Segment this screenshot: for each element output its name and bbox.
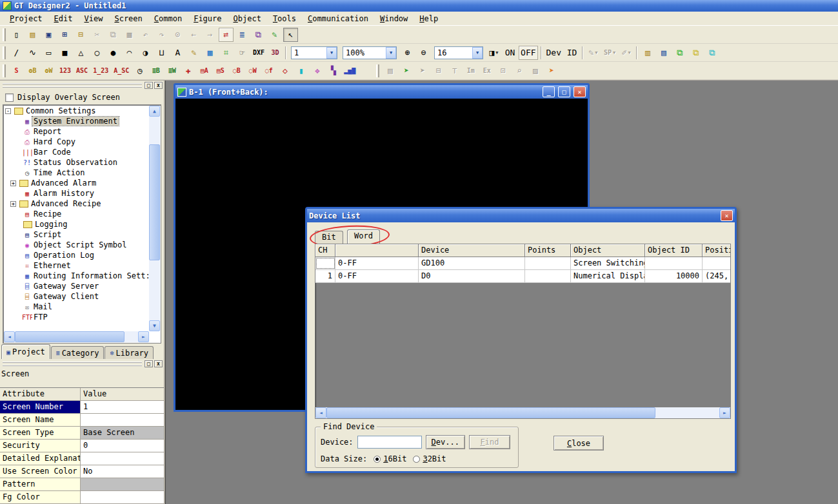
import-icon[interactable]: Im [463,64,478,78]
new-icon[interactable]: ▯ [9,28,24,42]
tree-item[interactable]: ⌸ Gateway Client [4,291,149,302]
display-overlay-checkbox[interactable] [5,93,14,102]
scroll-left-icon[interactable]: ◄ [4,331,15,342]
panel-close-icon[interactable]: x [154,82,163,89]
numerical-display-icon[interactable]: 123 [57,64,73,78]
panel-grip[interactable] [3,362,142,366]
scale-icon[interactable]: ⊔ [154,46,169,60]
cut-icon[interactable]: ✂ [90,28,105,42]
scrollbar-thumb[interactable] [149,144,160,260]
expand-toggle[interactable] [14,150,20,155]
pick-mode-icon[interactable]: ➤ [415,64,430,78]
ascii-input-icon[interactable]: A̲SC [112,64,131,78]
attribute-cell[interactable]: Security [0,440,81,452]
draw-figure-icon[interactable]: ✎ [267,28,282,42]
value-cell[interactable] [81,491,164,503]
column-header[interactable]: Object ID [645,244,703,257]
expand-toggle[interactable] [14,263,20,269]
value-cell[interactable] [81,478,164,490]
panel-grip[interactable] [3,83,142,88]
tree-item[interactable]: + Advanced Recipe [4,199,149,209]
rectangle-icon[interactable]: ▭ [41,46,56,60]
panel-close-icon[interactable]: x [154,360,163,367]
editor-titlebar[interactable]: B-1 (Front+Back): _ □ ✕ [175,85,588,99]
tree-item[interactable]: ▤ Operation Log [4,250,149,260]
parts-display-word-icon[interactable]: ◌W [245,64,260,78]
attribute-cell[interactable]: Screen Number [0,401,81,413]
expand-toggle[interactable] [14,315,20,320]
tab-bit[interactable]: Bit [315,231,343,244]
expand-toggle[interactable]: + [10,180,16,186]
project-tab-icon[interactable]: ▣ Project [1,344,50,359]
tree-item[interactable]: ▦ Alarm History [4,188,149,199]
value-cell[interactable]: 1 [81,401,164,413]
expand-toggle[interactable] [14,211,20,217]
hand-icon[interactable]: ☞ [235,46,250,60]
tree-item[interactable]: Logging [4,219,149,229]
column-header[interactable]: Device [419,244,525,257]
column-header[interactable]: Positi [703,244,731,257]
tree-vertical-scrollbar[interactable]: ▲ ▼ [149,106,160,331]
statistics-graph-icon[interactable]: ▚ [326,64,341,78]
expand-toggle[interactable] [14,273,20,279]
menu-item[interactable]: View [79,13,109,24]
parts-movement-icon[interactable]: ❖ [310,64,324,78]
template-remove-icon[interactable]: ⊟ [431,64,446,78]
maximize-icon[interactable]: □ [558,86,570,97]
toolbar-grip[interactable] [3,46,6,59]
front-back-screen-icon[interactable]: ⧉ [704,46,719,60]
image-icon[interactable]: ▦ [203,46,217,60]
chevron-down-icon[interactable]: ▼ [495,50,498,55]
column-header[interactable]: Object [571,244,645,257]
close-icon[interactable]: ✕ [574,86,586,97]
template-preview-icon[interactable]: ⊡ [495,64,510,78]
radio-16bit[interactable] [374,456,381,463]
category-tab-icon[interactable]: ≣ Category [51,346,105,359]
screen-frame-icon[interactable]: ⌗ [219,46,234,60]
screen-stack-icon[interactable]: ⧉ [251,28,266,42]
color-count-combo[interactable]: 16 ▼ [434,46,483,59]
attribute-cell[interactable]: Screen Name [0,414,81,426]
close-icon[interactable]: ✕ [721,210,733,221]
scroll-right-icon[interactable]: ► [138,331,149,342]
front-screen-icon[interactable]: ⧉ [672,46,687,60]
toolbar-grip[interactable] [376,64,379,77]
menu-item[interactable]: Screen [108,13,148,24]
sp-function-icon[interactable]: SP▼ [602,46,617,60]
on-preview-button[interactable]: ON [503,46,517,60]
expand-toggle[interactable] [14,170,20,176]
paint-icon[interactable]: ✎ [186,46,201,60]
find-button[interactable]: Find [469,435,510,449]
select-mode-icon[interactable]: ➤ [399,64,414,78]
forward-icon[interactable]: → [203,28,217,42]
value-cell[interactable]: 0 [81,440,164,452]
zoom-in-icon[interactable]: ⊕ [400,46,415,60]
library-tab-icon[interactable]: ✻ Library [105,346,154,359]
device-input[interactable] [357,436,422,449]
expand-toggle[interactable] [14,232,20,238]
redo-icon[interactable]: ↷ [154,28,169,42]
menu-item[interactable]: Object [228,13,267,24]
lamp-word-icon[interactable]: ʘW [41,64,56,78]
tree-item[interactable]: ⌸ Gateway Server [4,281,149,291]
text-icon[interactable]: A [170,46,185,60]
fill-color-icon[interactable]: ◨▼ [486,46,501,60]
expand-toggle[interactable] [14,294,20,300]
alarm-display-system-icon[interactable]: ▤S [213,64,228,78]
minimize-icon[interactable]: _ [543,86,555,97]
tree-horizontal-scrollbar[interactable]: ◄ ► [4,331,149,342]
scroll-down-icon[interactable]: ▼ [149,320,160,331]
expand-toggle[interactable] [14,304,20,310]
expand-toggle[interactable]: - [5,108,11,114]
column-header[interactable] [335,244,419,257]
attribute-cell[interactable]: Detailed Explanation [0,452,81,465]
panel-restore-icon[interactable]: □ [145,82,153,89]
scroll-left-icon[interactable]: ◄ [315,407,326,418]
expand-toggle[interactable] [14,119,20,124]
expand-toggle[interactable] [14,242,20,248]
copy-icon[interactable]: ⧉ [106,28,121,42]
radio-32bit[interactable] [413,456,420,463]
table-row[interactable]: 0-FF GD100 Screen Switching [315,257,730,270]
line-icon[interactable]: / [9,46,24,60]
tree-item[interactable]: ?! Status Observation [4,157,149,168]
